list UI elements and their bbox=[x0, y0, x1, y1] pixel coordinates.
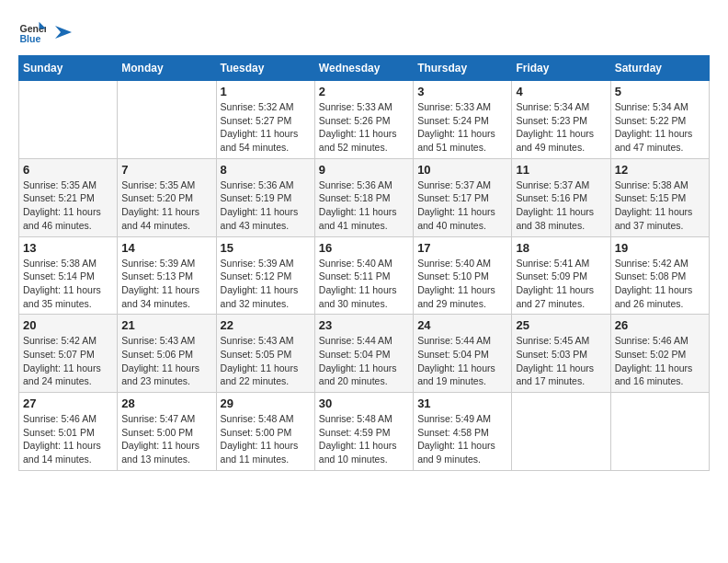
day-number: 12 bbox=[615, 163, 705, 177]
calendar-cell bbox=[512, 393, 610, 471]
day-number: 17 bbox=[417, 241, 507, 255]
day-number: 11 bbox=[516, 163, 606, 177]
calendar-cell: 26Sunrise: 5:46 AM Sunset: 5:02 PM Dayli… bbox=[610, 315, 709, 393]
day-info: Sunrise: 5:38 AM Sunset: 5:14 PM Dayligh… bbox=[23, 257, 113, 311]
day-number: 23 bbox=[319, 318, 409, 332]
calendar-cell: 7Sunrise: 5:35 AM Sunset: 5:20 PM Daylig… bbox=[118, 158, 216, 236]
day-info: Sunrise: 5:33 AM Sunset: 5:24 PM Dayligh… bbox=[417, 100, 507, 155]
day-info: Sunrise: 5:41 AM Sunset: 5:09 PM Dayligh… bbox=[516, 257, 606, 311]
day-number: 30 bbox=[319, 396, 409, 410]
day-info: Sunrise: 5:37 AM Sunset: 5:16 PM Dayligh… bbox=[516, 178, 606, 233]
day-info: Sunrise: 5:32 AM Sunset: 5:27 PM Dayligh… bbox=[221, 100, 311, 155]
svg-text:Blue: Blue bbox=[20, 33, 41, 44]
day-number: 24 bbox=[417, 318, 507, 332]
day-number: 8 bbox=[221, 163, 311, 177]
weekday-header-monday: Monday bbox=[118, 56, 216, 81]
day-info: Sunrise: 5:43 AM Sunset: 5:05 PM Dayligh… bbox=[221, 334, 311, 388]
calendar-cell: 21Sunrise: 5:43 AM Sunset: 5:06 PM Dayli… bbox=[118, 315, 216, 393]
calendar-cell: 29Sunrise: 5:48 AM Sunset: 5:00 PM Dayli… bbox=[216, 393, 314, 471]
day-number: 18 bbox=[516, 241, 606, 255]
day-info: Sunrise: 5:49 AM Sunset: 4:58 PM Dayligh… bbox=[417, 412, 507, 466]
calendar-cell: 15Sunrise: 5:39 AM Sunset: 5:12 PM Dayli… bbox=[216, 236, 314, 315]
day-number: 28 bbox=[121, 396, 211, 410]
day-number: 10 bbox=[417, 163, 507, 177]
calendar-cell: 24Sunrise: 5:44 AM Sunset: 5:04 PM Dayli… bbox=[414, 315, 512, 393]
logo-arrow-icon bbox=[53, 22, 74, 42]
day-info: Sunrise: 5:38 AM Sunset: 5:15 PM Dayligh… bbox=[615, 178, 705, 233]
day-info: Sunrise: 5:45 AM Sunset: 5:03 PM Dayligh… bbox=[516, 334, 606, 388]
day-number: 4 bbox=[516, 85, 606, 98]
day-info: Sunrise: 5:39 AM Sunset: 5:13 PM Dayligh… bbox=[121, 257, 211, 311]
calendar-cell: 6Sunrise: 5:35 AM Sunset: 5:21 PM Daylig… bbox=[19, 158, 118, 236]
calendar-cell: 10Sunrise: 5:37 AM Sunset: 5:17 PM Dayli… bbox=[414, 158, 512, 236]
weekday-header-friday: Friday bbox=[512, 56, 610, 81]
weekday-header-wednesday: Wednesday bbox=[314, 56, 413, 81]
day-info: Sunrise: 5:47 AM Sunset: 5:00 PM Dayligh… bbox=[121, 412, 211, 466]
day-number: 27 bbox=[23, 396, 113, 410]
calendar-cell: 25Sunrise: 5:45 AM Sunset: 5:03 PM Dayli… bbox=[512, 315, 610, 393]
day-info: Sunrise: 5:48 AM Sunset: 5:00 PM Dayligh… bbox=[221, 412, 311, 466]
day-info: Sunrise: 5:36 AM Sunset: 5:18 PM Dayligh… bbox=[319, 178, 409, 233]
day-info: Sunrise: 5:35 AM Sunset: 5:20 PM Dayligh… bbox=[121, 178, 211, 233]
day-number: 5 bbox=[615, 85, 705, 98]
calendar-cell: 16Sunrise: 5:40 AM Sunset: 5:11 PM Dayli… bbox=[314, 236, 413, 315]
calendar-cell: 18Sunrise: 5:41 AM Sunset: 5:09 PM Dayli… bbox=[512, 236, 610, 315]
day-info: Sunrise: 5:46 AM Sunset: 5:01 PM Dayligh… bbox=[23, 412, 113, 466]
day-info: Sunrise: 5:33 AM Sunset: 5:26 PM Dayligh… bbox=[319, 100, 409, 155]
day-number: 1 bbox=[221, 85, 311, 98]
day-number: 22 bbox=[221, 318, 311, 332]
calendar-cell: 1Sunrise: 5:32 AM Sunset: 5:27 PM Daylig… bbox=[216, 81, 314, 159]
day-number: 26 bbox=[615, 318, 705, 332]
page-header: General Blue bbox=[18, 18, 710, 46]
day-info: Sunrise: 5:43 AM Sunset: 5:06 PM Dayligh… bbox=[121, 334, 211, 388]
logo-icon: General Blue bbox=[18, 18, 46, 46]
calendar-cell: 9Sunrise: 5:36 AM Sunset: 5:18 PM Daylig… bbox=[314, 158, 413, 236]
day-info: Sunrise: 5:39 AM Sunset: 5:12 PM Dayligh… bbox=[221, 257, 311, 311]
day-number: 15 bbox=[221, 241, 311, 255]
day-info: Sunrise: 5:36 AM Sunset: 5:19 PM Dayligh… bbox=[221, 178, 311, 233]
day-number: 9 bbox=[319, 163, 409, 177]
calendar-cell: 19Sunrise: 5:42 AM Sunset: 5:08 PM Dayli… bbox=[610, 236, 709, 315]
calendar-cell bbox=[118, 81, 216, 159]
calendar-table: SundayMondayTuesdayWednesdayThursdayFrid… bbox=[18, 55, 710, 471]
calendar-cell: 11Sunrise: 5:37 AM Sunset: 5:16 PM Dayli… bbox=[512, 158, 610, 236]
calendar-header-row: SundayMondayTuesdayWednesdayThursdayFrid… bbox=[19, 56, 710, 81]
calendar-cell: 28Sunrise: 5:47 AM Sunset: 5:00 PM Dayli… bbox=[118, 393, 216, 471]
day-number: 14 bbox=[121, 241, 211, 255]
calendar-cell: 14Sunrise: 5:39 AM Sunset: 5:13 PM Dayli… bbox=[118, 236, 216, 315]
weekday-header-tuesday: Tuesday bbox=[216, 56, 314, 81]
weekday-header-thursday: Thursday bbox=[414, 56, 512, 81]
day-info: Sunrise: 5:40 AM Sunset: 5:10 PM Dayligh… bbox=[417, 257, 507, 311]
calendar-week-row: 27Sunrise: 5:46 AM Sunset: 5:01 PM Dayli… bbox=[19, 393, 710, 471]
calendar-cell bbox=[610, 393, 709, 471]
calendar-cell: 13Sunrise: 5:38 AM Sunset: 5:14 PM Dayli… bbox=[19, 236, 118, 315]
day-info: Sunrise: 5:37 AM Sunset: 5:17 PM Dayligh… bbox=[417, 178, 507, 233]
day-info: Sunrise: 5:34 AM Sunset: 5:22 PM Dayligh… bbox=[615, 100, 705, 155]
svg-marker-3 bbox=[55, 26, 72, 39]
day-number: 6 bbox=[23, 163, 113, 177]
calendar-cell: 5Sunrise: 5:34 AM Sunset: 5:22 PM Daylig… bbox=[610, 81, 709, 159]
logo: General Blue bbox=[18, 18, 74, 46]
day-number: 29 bbox=[221, 396, 311, 410]
calendar-week-row: 1Sunrise: 5:32 AM Sunset: 5:27 PM Daylig… bbox=[19, 81, 710, 159]
day-number: 7 bbox=[121, 163, 211, 177]
day-info: Sunrise: 5:42 AM Sunset: 5:07 PM Dayligh… bbox=[23, 334, 113, 388]
day-info: Sunrise: 5:44 AM Sunset: 5:04 PM Dayligh… bbox=[417, 334, 507, 388]
day-number: 21 bbox=[121, 318, 211, 332]
day-number: 3 bbox=[417, 85, 507, 98]
day-info: Sunrise: 5:35 AM Sunset: 5:21 PM Dayligh… bbox=[23, 178, 113, 233]
calendar-cell: 20Sunrise: 5:42 AM Sunset: 5:07 PM Dayli… bbox=[19, 315, 118, 393]
day-info: Sunrise: 5:44 AM Sunset: 5:04 PM Dayligh… bbox=[319, 334, 409, 388]
day-info: Sunrise: 5:40 AM Sunset: 5:11 PM Dayligh… bbox=[319, 257, 409, 311]
weekday-header-saturday: Saturday bbox=[610, 56, 709, 81]
day-info: Sunrise: 5:34 AM Sunset: 5:23 PM Dayligh… bbox=[516, 100, 606, 155]
calendar-cell: 30Sunrise: 5:48 AM Sunset: 4:59 PM Dayli… bbox=[314, 393, 413, 471]
day-number: 25 bbox=[516, 318, 606, 332]
calendar-cell bbox=[19, 81, 118, 159]
day-number: 31 bbox=[417, 396, 507, 410]
calendar-cell: 4Sunrise: 5:34 AM Sunset: 5:23 PM Daylig… bbox=[512, 81, 610, 159]
calendar-week-row: 13Sunrise: 5:38 AM Sunset: 5:14 PM Dayli… bbox=[19, 236, 710, 315]
day-number: 2 bbox=[319, 85, 409, 98]
calendar-cell: 2Sunrise: 5:33 AM Sunset: 5:26 PM Daylig… bbox=[314, 81, 413, 159]
day-number: 13 bbox=[23, 241, 113, 255]
